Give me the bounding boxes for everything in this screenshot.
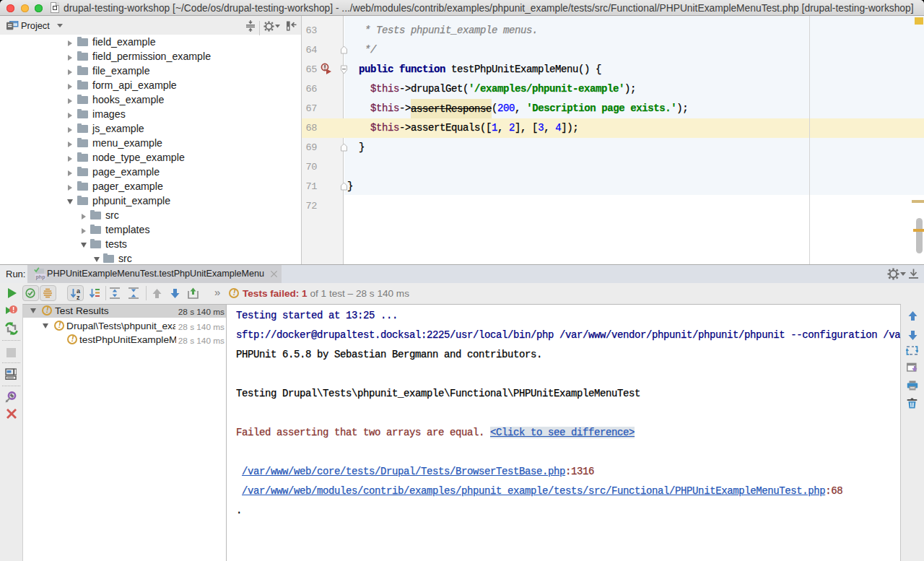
svg-text:z: z [77,294,80,300]
svg-text:php: php [36,274,45,280]
